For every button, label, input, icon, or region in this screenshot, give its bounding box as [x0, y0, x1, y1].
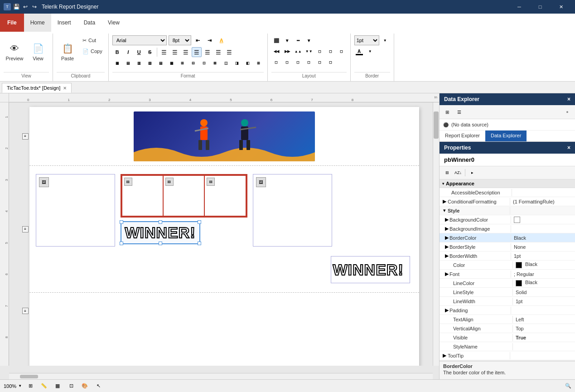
- highlight-button[interactable]: A: [217, 35, 227, 45]
- zoom-dropdown-btn[interactable]: ▼: [18, 384, 22, 388]
- tooltip-expand[interactable]: ▶: [440, 353, 445, 358]
- close-button[interactable]: ✕: [551, 0, 571, 14]
- line-color-value[interactable]: Black: [513, 279, 575, 287]
- paste-button[interactable]: 📋 Paste: [57, 35, 78, 67]
- text-outdent-button[interactable]: ⇥: [205, 35, 215, 45]
- layout-l2[interactable]: ▼: [282, 35, 292, 45]
- file-menu-button[interactable]: File: [0, 14, 24, 32]
- data-tool-refresh[interactable]: ●: [562, 107, 572, 117]
- bg-image-value[interactable]: [511, 228, 575, 230]
- margins-btn[interactable]: ▦: [53, 381, 63, 391]
- italic-button[interactable]: I: [123, 47, 133, 57]
- layout-l5[interactable]: ◀◀: [271, 46, 281, 56]
- padding-value[interactable]: [511, 310, 575, 311]
- grid-view-btn[interactable]: ⊞: [25, 381, 35, 391]
- align-center-button[interactable]: ☰: [170, 47, 180, 57]
- props-close[interactable]: ×: [567, 145, 570, 151]
- layout-tool-10[interactable]: ⊠: [210, 58, 220, 68]
- menu-item-view[interactable]: View: [101, 14, 126, 32]
- layout-l7[interactable]: ▲▲: [293, 46, 303, 56]
- menu-item-data[interactable]: Data: [77, 14, 101, 32]
- border-width-expand[interactable]: ▶: [440, 253, 447, 259]
- winner-box-left[interactable]: WINNER!: [121, 221, 200, 244]
- border-dropdown[interactable]: ▼: [380, 35, 390, 45]
- v-scrollbar[interactable]: [433, 102, 439, 366]
- border-color-prop-value[interactable]: Black: [511, 234, 575, 242]
- border-width-select[interactable]: 1pt 2pt: [354, 35, 379, 45]
- layout-tool-1[interactable]: ▦: [112, 58, 122, 68]
- menu-item-home[interactable]: Home: [24, 14, 51, 32]
- snap-btn[interactable]: ⊡: [66, 381, 76, 391]
- data-explorer-tab[interactable]: Data Explorer: [485, 131, 527, 141]
- bg-image-expand[interactable]: ▶: [440, 226, 447, 232]
- visible-style-value[interactable]: True: [513, 334, 575, 341]
- maximize-button[interactable]: □: [530, 0, 551, 14]
- cut-button[interactable]: ✂ Cut: [80, 35, 105, 45]
- layout-l13[interactable]: ◻: [282, 57, 292, 67]
- canvas-container[interactable]: 0 1 2 3 4 5 6 7 8 in 1 2 3 4: [0, 93, 439, 379]
- align-right2-button[interactable]: ☰: [224, 47, 234, 57]
- props-categorized-btn[interactable]: ⊞: [442, 168, 452, 178]
- border-style-value[interactable]: None: [511, 243, 575, 251]
- layout-l12[interactable]: ◻: [271, 57, 281, 67]
- layout-l6[interactable]: ▶▶: [282, 46, 292, 56]
- layout-tool-5[interactable]: ▤: [156, 58, 166, 68]
- layout-l8[interactable]: ▼▼: [304, 46, 314, 56]
- props-content[interactable]: ▾ Appearance AccessibleDescription ▶ Con…: [440, 179, 575, 361]
- layout-tool-3[interactable]: ▥: [134, 58, 144, 68]
- copy-button[interactable]: 📄 Copy: [80, 46, 105, 56]
- align-right-button[interactable]: ☰: [181, 47, 191, 57]
- bg-color-expand[interactable]: ▶: [440, 217, 447, 223]
- redo-icon[interactable]: ↪: [31, 3, 38, 10]
- layout-tool-2[interactable]: ▤: [123, 58, 133, 68]
- tooltip-value[interactable]: [510, 355, 575, 357]
- border-color-btn[interactable]: A: [354, 46, 364, 56]
- style-expand[interactable]: ▾: [440, 208, 445, 213]
- align-left-button[interactable]: ☰: [159, 47, 169, 57]
- border-style-expand[interactable]: ▶: [440, 244, 447, 250]
- cond-fmt-value[interactable]: (1 FormattingRule): [510, 198, 575, 205]
- design-tab-close[interactable]: ✕: [63, 86, 67, 91]
- layout-l16[interactable]: ◻: [315, 57, 325, 67]
- view-button[interactable]: 📄 View: [27, 35, 49, 67]
- accessible-desc-value[interactable]: [512, 192, 575, 194]
- border-width-value[interactable]: 1pt: [511, 252, 575, 260]
- props-extra-btn[interactable]: ▸: [467, 168, 477, 178]
- data-explorer-close[interactable]: ×: [567, 96, 570, 102]
- paint-btn[interactable]: 🎨: [80, 381, 90, 391]
- strikethrough-button[interactable]: S: [145, 47, 155, 57]
- data-tool-grid[interactable]: ⊞: [442, 107, 452, 117]
- h-scrollbar-thumb[interactable]: [20, 375, 38, 378]
- border-color-expand[interactable]: ▶: [440, 235, 447, 241]
- line-width-value[interactable]: 1pt: [513, 298, 575, 305]
- style-name-value[interactable]: [513, 346, 575, 348]
- menu-item-insert[interactable]: Insert: [51, 14, 77, 32]
- font-size-select[interactable]: 8pt 10pt 12pt 14pt: [169, 35, 191, 45]
- bg-color-value[interactable]: [511, 215, 575, 223]
- color-prop-value[interactable]: Black: [513, 261, 575, 269]
- font-name-select[interactable]: Arial Times New Roman Calibri: [112, 35, 167, 45]
- align-center2-button[interactable]: ☰: [213, 47, 223, 57]
- layout-l17[interactable]: ◻: [326, 57, 336, 67]
- cursor-btn[interactable]: ↖: [93, 381, 103, 391]
- layout-tool-4[interactable]: ▧: [145, 58, 155, 68]
- layout-l3[interactable]: ━: [293, 35, 303, 45]
- layout-tool-13[interactable]: ◧: [243, 58, 253, 68]
- layout-tool-8[interactable]: ⊟: [188, 58, 198, 68]
- design-tab[interactable]: TicTacToe.trdx* [Design] ✕: [2, 83, 72, 93]
- layout-l9[interactable]: ◻: [315, 46, 325, 56]
- padding-expand[interactable]: ▶: [440, 307, 447, 313]
- ruler-view-btn[interactable]: 📏: [39, 381, 49, 391]
- appearance-section-header[interactable]: ▾ Appearance: [440, 179, 575, 188]
- layout-l1[interactable]: ⬛: [271, 35, 281, 45]
- layout-l4[interactable]: ▼: [304, 35, 314, 45]
- bold-button[interactable]: B: [112, 47, 122, 57]
- font-prop-value[interactable]: ; Regular: [511, 271, 575, 278]
- design-area[interactable]: ≡: [9, 102, 439, 366]
- font-expand[interactable]: ▶: [440, 271, 447, 277]
- report-explorer-tab[interactable]: Report Explorer: [440, 131, 485, 141]
- align-justify-button[interactable]: ☰: [192, 47, 202, 57]
- undo-icon[interactable]: ↩: [22, 3, 29, 10]
- layout-tool-14[interactable]: ⊞: [254, 58, 264, 68]
- cond-fmt-expand[interactable]: ▶: [440, 198, 445, 204]
